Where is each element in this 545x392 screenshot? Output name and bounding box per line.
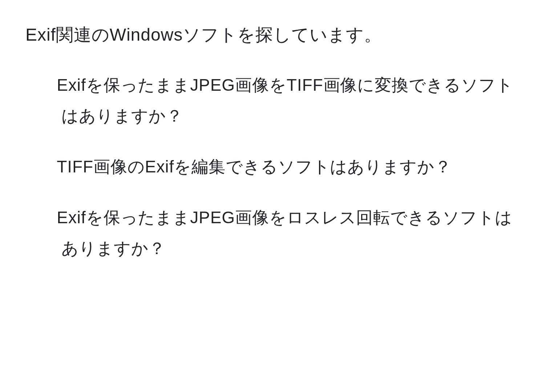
list-item: Exifを保ったままJPEG画像をTIFF画像に変換できるソフトはありますか？ (58, 70, 520, 131)
document-heading: Exif関連のWindowsソフトを探しています。 (25, 22, 520, 48)
list-item: TIFF画像のExifを編集できるソフトはありますか？ (58, 151, 520, 182)
question-list: Exifを保ったままJPEG画像をTIFF画像に変換できるソフトはありますか？ … (25, 70, 520, 264)
list-item: Exifを保ったままJPEG画像をロスレス回転できるソフトはありますか？ (58, 202, 520, 264)
